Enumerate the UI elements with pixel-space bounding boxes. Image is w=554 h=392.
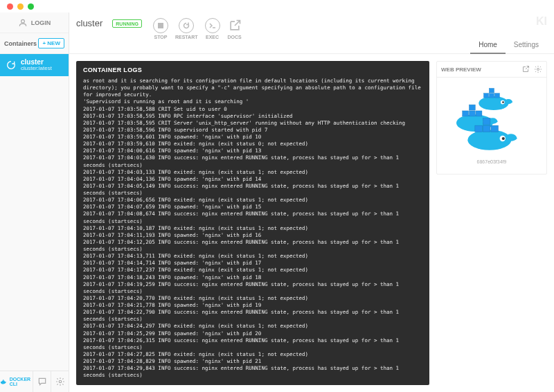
svg-rect-20 [483, 125, 490, 132]
svg-rect-7 [494, 93, 499, 98]
svg-rect-2 [158, 23, 163, 28]
svg-rect-22 [483, 118, 490, 125]
exec-button[interactable]: EXEC [205, 18, 220, 39]
svg-point-0 [21, 19, 24, 23]
restart-icon [182, 21, 190, 30]
stop-label: STOP [154, 35, 168, 39]
restart-button[interactable]: RESTART [175, 18, 198, 39]
open-external-icon[interactable] [521, 65, 530, 73]
docker-whale-illustration [447, 84, 537, 154]
login-button[interactable]: LOGIN [0, 12, 69, 33]
sidebar-settings-button[interactable] [51, 371, 69, 392]
new-container-button[interactable]: + NEW [38, 38, 64, 48]
sidebar-item-cluster[interactable]: cluster cluster:latest [0, 54, 69, 76]
whale-icon [0, 377, 8, 386]
preview-container-id: 6867e03f34f9 [477, 159, 507, 164]
gear-icon [55, 377, 65, 386]
tab-settings[interactable]: Settings [506, 37, 547, 54]
status-badge: RUNNING [112, 19, 142, 28]
sidebar: LOGIN Containers + NEW cluster cluster:l… [0, 12, 69, 392]
docs-label: DOCS [227, 35, 241, 39]
feedback-button[interactable] [33, 371, 51, 392]
login-label: LOGIN [31, 19, 51, 26]
svg-point-10 [502, 101, 504, 103]
stop-icon [158, 23, 163, 28]
svg-point-3 [537, 69, 539, 71]
containers-header: Containers + NEW [0, 33, 69, 54]
chat-icon [37, 377, 47, 386]
app-logo: KI [536, 15, 547, 28]
docker-cli-label: DOCKER CLI [10, 377, 33, 386]
svg-rect-8 [489, 88, 494, 92]
preview-settings-icon[interactable] [534, 65, 542, 73]
container-logs-panel: CONTAINER LOGS as root and it is searchi… [76, 61, 429, 385]
svg-rect-6 [489, 93, 494, 98]
svg-rect-14 [476, 111, 482, 116]
svg-rect-5 [483, 93, 488, 98]
refresh-icon [6, 60, 17, 71]
exec-label: EXEC [206, 35, 219, 39]
tab-home[interactable]: Home [470, 37, 506, 54]
close-window-button[interactable] [7, 3, 13, 10]
logs-title: CONTAINER LOGS [83, 66, 422, 73]
terminal-icon [208, 21, 217, 30]
header: cluster RUNNING STOP RESTART EXEC DOCS [69, 12, 554, 54]
svg-rect-13 [469, 111, 475, 116]
restart-label: RESTART [175, 35, 198, 39]
page-title: cluster [76, 17, 102, 28]
svg-point-1 [59, 380, 62, 383]
window-titlebar [0, 0, 554, 12]
external-link-icon [228, 19, 242, 33]
docs-button[interactable]: DOCS [227, 18, 242, 39]
svg-point-24 [502, 137, 505, 140]
container-image: cluster:latest [21, 66, 52, 72]
docker-cli-button[interactable]: DOCKER CLI [0, 371, 33, 392]
logs-output[interactable]: as root and it is searching for its conf… [83, 78, 422, 380]
containers-label: Containers [4, 40, 37, 47]
stop-button[interactable]: STOP [153, 18, 168, 39]
svg-rect-21 [491, 125, 499, 132]
svg-rect-19 [475, 125, 483, 132]
maximize-window-button[interactable] [28, 3, 34, 10]
svg-rect-15 [469, 105, 475, 110]
minimize-window-button[interactable] [17, 3, 24, 10]
web-preview-title: WEB PREVIEW [441, 66, 481, 73]
user-icon [18, 18, 28, 28]
svg-rect-12 [463, 111, 469, 116]
web-preview-card: WEB PREVIEW 6867e03f34f9 [436, 61, 547, 175]
